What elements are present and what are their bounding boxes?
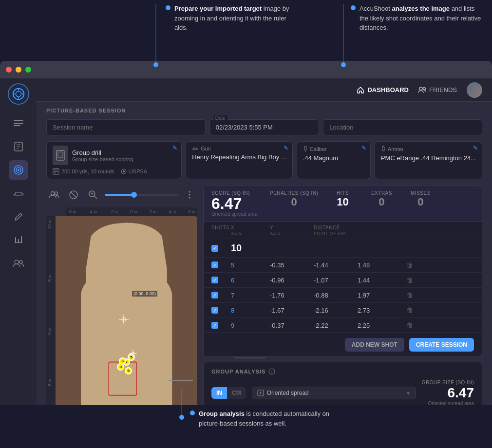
location-input[interactable]: [323, 119, 482, 135]
people-icon[interactable]: [46, 187, 62, 203]
penalties-value: 0: [291, 196, 297, 208]
dist-8: 2.73: [358, 307, 406, 314]
x-5: -0.35: [270, 261, 314, 269]
checkbox-all[interactable]: [211, 245, 231, 252]
date-input[interactable]: [209, 119, 320, 135]
ruler-mark: 4 in: [169, 209, 176, 214]
nav-friends[interactable]: FRIENDS: [418, 86, 457, 93]
group-size-label: GROUP SIZE (sq in): [422, 380, 474, 385]
left-annotation: Prepare your imported target image by zo…: [166, 4, 292, 33]
misses-label: MISSES: [411, 190, 431, 196]
svg-line-29: [94, 196, 97, 199]
extras-stat: EXTRAS 0: [367, 190, 396, 208]
shot-num-9: 9: [231, 322, 270, 329]
image-viewer: -6 in -4 in -2 in 0 in 2 in 4 in 6 in: [46, 185, 197, 442]
caliber-value: .44 Magnum: [303, 154, 364, 162]
group-analysis-title: GROUP ANALYSIS: [211, 369, 265, 374]
shot-dot-9[interactable]: 9: [125, 367, 132, 374]
y-7: -0.88: [314, 292, 358, 299]
caliber-edit-icon[interactable]: ✎: [361, 145, 366, 151]
delete-7[interactable]: 🗑: [406, 291, 426, 299]
sidebar-item-book[interactable]: [9, 137, 28, 156]
app-logo[interactable]: [8, 83, 29, 105]
ammo-edit-icon[interactable]: ✎: [473, 145, 478, 151]
table-row: 6 -0.96 -1.07 1.44 🗑: [204, 272, 482, 287]
svg-rect-22: [304, 146, 306, 150]
no-shoot-icon[interactable]: [66, 187, 81, 203]
checkbox-7[interactable]: [211, 292, 231, 299]
zoom-slider[interactable]: [105, 194, 178, 196]
bottom-annotation: Group analysis is conducted automaticall…: [0, 405, 492, 448]
svg-point-34: [189, 197, 190, 199]
hits-value: 10: [337, 196, 348, 208]
shot-num-7: 7: [231, 292, 270, 299]
delete-8[interactable]: 🗑: [406, 306, 426, 314]
unit-toggle[interactable]: IN CM: [211, 387, 246, 399]
delete-6[interactable]: 🗑: [406, 276, 426, 284]
session-name-input[interactable]: [46, 119, 206, 135]
drill-target-icon: [53, 146, 68, 165]
add-new-shot-button[interactable]: ADD NEW SHOT: [345, 338, 404, 352]
close-button[interactable]: [6, 67, 12, 73]
group-size-box: GROUP SIZE (sq in) 6.47 Oriented spread …: [422, 380, 474, 406]
table-row: 8 -1.67 -2.16 2.73 🗑: [204, 302, 482, 317]
svg-point-32: [189, 191, 190, 193]
checkbox-9[interactable]: [211, 322, 231, 329]
svg-text:i: i: [272, 370, 273, 374]
right-annotation-dot: [351, 5, 356, 10]
checkbox-8[interactable]: [211, 307, 231, 314]
checkbox-5[interactable]: [211, 261, 231, 268]
checkbox-6[interactable]: [211, 277, 231, 283]
user-avatar[interactable]: [467, 82, 482, 98]
ruler-mark: 2 in: [150, 209, 157, 214]
svg-point-21: [123, 170, 125, 172]
delete-9[interactable]: 🗑: [406, 321, 426, 329]
ruler-side-mark: 10 in: [47, 218, 52, 229]
data-panel: SCORE (sq in) 6.47 Oriented spread area …: [203, 185, 482, 442]
shot-num-8: 8: [231, 307, 270, 314]
title-bar: [0, 61, 492, 78]
spread-option-text: Oriented spread: [267, 390, 403, 396]
more-options-icon[interactable]: [182, 187, 197, 203]
unit-in-button[interactable]: IN: [211, 387, 227, 399]
sidebar-item-target[interactable]: [9, 160, 28, 180]
y-9: -2.22: [314, 322, 358, 329]
delete-5[interactable]: 🗑: [406, 261, 426, 269]
score-sublabel: Oriented spread area: [211, 211, 260, 217]
unit-cm-button[interactable]: CM: [227, 387, 246, 399]
score-value: 6.47: [211, 196, 260, 211]
nav-dashboard[interactable]: DASHBOARD: [357, 86, 409, 94]
hits-stat: HITS 10: [328, 190, 357, 208]
svg-point-36: [109, 226, 144, 279]
sidebar-item-friends[interactable]: [9, 254, 28, 273]
gun-edit-icon[interactable]: ✎: [284, 145, 288, 151]
svg-point-16: [423, 87, 425, 90]
zoom-icon[interactable]: [85, 187, 101, 203]
gun-card: ✎ Gun Henry Repeating Arms Big Boy ...: [186, 141, 293, 179]
misses-value: 0: [417, 196, 423, 208]
sidebar-item-gun[interactable]: [9, 184, 28, 203]
minimize-button[interactable]: [16, 67, 21, 73]
sidebar-item-aim[interactable]: [9, 113, 28, 133]
sidebar-item-stats[interactable]: [9, 230, 28, 250]
ruler-mark: 6 in: [188, 209, 195, 214]
score-main: SCORE (sq in) 6.47 Oriented spread area: [211, 190, 260, 217]
ruler-mark: -4 in: [89, 209, 97, 214]
chevron-down-icon: ▼: [406, 391, 411, 396]
misses-stat: MISSES 0: [406, 190, 435, 208]
sidebar-item-pencil[interactable]: [9, 207, 28, 226]
drill-edit-icon[interactable]: ✎: [172, 145, 177, 151]
svg-point-24: [51, 192, 55, 195]
spread-select[interactable]: Oriented spread ▼: [252, 387, 416, 399]
penalties-stat: PENALTIES (sq in) 0: [270, 190, 318, 208]
session-bar: ✎ Group drill Group size-based scoring: [46, 141, 482, 179]
y-8: -2.16: [314, 307, 358, 314]
friends-label: FRIENDS: [429, 86, 457, 93]
x-7: -1.76: [270, 292, 314, 299]
maximize-button[interactable]: [25, 67, 31, 73]
create-session-button[interactable]: CREATE SESSION: [409, 338, 474, 352]
svg-point-33: [189, 194, 190, 196]
ruler-mark: -2 in: [109, 209, 118, 214]
drill-name: Group drill: [72, 149, 133, 156]
total-shots: 10: [231, 243, 270, 254]
